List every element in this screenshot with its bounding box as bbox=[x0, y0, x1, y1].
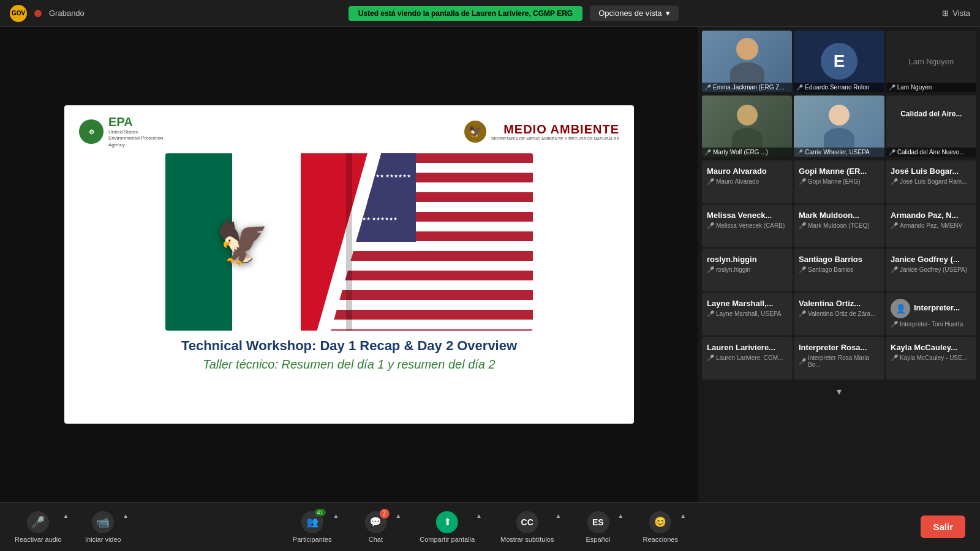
sub-mauro: 🎤 Mauro Alvarado bbox=[707, 178, 788, 185]
recording-label: Grabando bbox=[49, 9, 85, 18]
reactions-arrow-button[interactable]: ▲ bbox=[679, 511, 687, 520]
mic-icon-janice: 🎤 bbox=[891, 266, 898, 273]
chat-button[interactable]: 💬 2 Chat bbox=[357, 511, 394, 543]
name-janice: Janice Godfrey (... bbox=[891, 255, 971, 264]
lam-name-display: Lam Nguyen bbox=[908, 57, 954, 66]
top-bar-left: GOV Grabando bbox=[10, 5, 85, 22]
mic-icon-gopi: 🎤 bbox=[799, 178, 806, 185]
language-control: ES Español ▲ bbox=[579, 511, 625, 543]
mic-icon-carrie: 🎤 bbox=[796, 149, 803, 156]
chat-label: Chat bbox=[369, 536, 383, 543]
chat-arrow-button[interactable]: ▲ bbox=[394, 511, 402, 520]
slide-container: ⚙ EPA United States Environmental Protec… bbox=[64, 105, 634, 424]
sub-santiago: 🎤 Santiago Barrios bbox=[799, 266, 880, 273]
share-arrow-button[interactable]: ▲ bbox=[475, 511, 483, 520]
mic-icon-lam: 🎤 bbox=[889, 84, 895, 91]
interpreter-avatar: 👤 bbox=[891, 299, 910, 318]
name-valentina: Valentina Ortiz... bbox=[799, 299, 880, 308]
name-santiago: Santiago Barrios bbox=[799, 255, 880, 264]
view-options-button[interactable]: Opciones de vista ▾ bbox=[590, 6, 678, 21]
participant-label-eduardo: 🎤 Eduardo Serrano Rolon bbox=[794, 83, 884, 92]
participants-button[interactable]: 👥 41 Participantes bbox=[293, 511, 332, 543]
mic-icon-rosa: 🎤 bbox=[799, 358, 806, 365]
share-control: ⬆ Compartir pantalla ▲ bbox=[420, 511, 483, 543]
audio-label: Reactivar audio bbox=[15, 536, 61, 543]
top-video-row: 🎤 Emma Jackman (ERG Z... E 🎤 Eduardo Ser… bbox=[701, 29, 978, 93]
sub-lauren: 🎤 Lauren Lariviere, CGM... bbox=[707, 354, 788, 361]
share-button[interactable]: ⬆ Compartir pantalla bbox=[420, 511, 475, 543]
reactions-button[interactable]: 😊 Reacciones bbox=[642, 511, 679, 543]
epa-logo-icon: ⚙ bbox=[79, 119, 104, 144]
name-card-interpreter-toni: 👤 Interpreter... 🎤 Interpreter- Toni Hue… bbox=[886, 293, 976, 335]
participants-icon: 👥 41 bbox=[301, 511, 323, 533]
leave-button[interactable]: Salir bbox=[921, 515, 965, 538]
subtitles-arrow-button[interactable]: ▲ bbox=[554, 511, 562, 520]
participant-label-emma: 🎤 Emma Jackman (ERG Z... bbox=[702, 83, 792, 92]
es-icon: ES bbox=[592, 517, 604, 527]
medio-ambiente-sub: SECRETARÍA DE MEDIO AMBIENTE Y RECURSOS … bbox=[491, 137, 619, 141]
name-gopi: Gopi Manne (ER... bbox=[799, 167, 880, 176]
name-mauro: Mauro Alvarado bbox=[707, 167, 788, 176]
video-arrow-button[interactable]: ▲ bbox=[121, 511, 130, 520]
name-card-melissa: Melissa Veneck... 🎤 Melissa Venecek (CAR… bbox=[702, 204, 793, 247]
reactions-icon: 😊 bbox=[649, 511, 671, 533]
sub-armando: 🎤 Armando Paz, NMENV bbox=[891, 222, 971, 229]
scroll-down-button[interactable]: ▾ bbox=[701, 382, 978, 401]
name-card-mark: Mark Muldoon... 🎤 Mark Muldoon (TCEQ) bbox=[794, 204, 884, 247]
name-card-mauro: Mauro Alvarado 🎤 Mauro Alvarado bbox=[702, 160, 793, 203]
name-roslyn: roslyn.higgin bbox=[707, 255, 788, 264]
name-card-armando: Armando Paz, N... 🎤 Armando Paz, NMENV bbox=[886, 204, 976, 247]
participant-label-lam: 🎤 Lam Nguyen bbox=[886, 83, 976, 92]
main-area: ⚙ EPA United States Environmental Protec… bbox=[0, 27, 980, 502]
gov-label: GOV bbox=[12, 10, 25, 17]
subtitles-button[interactable]: CC Mostrar subtítulos bbox=[500, 511, 554, 543]
name-card-janice: Janice Godfrey (... 🎤 Janice Godfrey (US… bbox=[886, 249, 976, 291]
name-mark: Mark Muldoon... bbox=[799, 211, 880, 220]
name-card-jose: José Luis Bogar... 🎤 José Luis Bogard Ra… bbox=[886, 160, 976, 203]
participants-arrow-button[interactable]: ▲ bbox=[331, 511, 340, 520]
top-bar-center: Usted está viendo la pantalla de Lauren … bbox=[349, 6, 679, 21]
audio-arrow-button[interactable]: ▲ bbox=[61, 511, 70, 520]
name-card-layne: Layne Marshall,... 🎤 Layne Marshall, USE… bbox=[702, 293, 793, 335]
name-card-kayla: Kayla McCauley... 🎤 Kayla McCauley - USE… bbox=[886, 337, 976, 380]
mic-icon-armando: 🎤 bbox=[891, 222, 898, 229]
chevron-down-icon: ▾ bbox=[837, 386, 842, 397]
sub-mark: 🎤 Mark Muldoon (TCEQ) bbox=[799, 222, 880, 229]
slide-title-area: Technical Workshop: Day 1 Recap & Day 2 … bbox=[64, 331, 634, 379]
reactions-control: 😊 Reacciones ▲ bbox=[642, 511, 687, 543]
medio-ambiente-logo: 🦅 MEDIO AMBIENTE SECRETARÍA DE MEDIO AMB… bbox=[464, 121, 619, 143]
sub-kayla: 🎤 Kayla McCauley - USE... bbox=[891, 354, 971, 361]
video-icon: 📹 bbox=[92, 511, 114, 533]
slide-title-english: Technical Workshop: Day 1 Recap & Day 2 … bbox=[79, 338, 619, 354]
sub-jose: 🎤 José Luis Bogard Ram... bbox=[891, 178, 971, 185]
mic-icon-marty: 🎤 bbox=[704, 149, 711, 156]
mic-icon-mark: 🎤 bbox=[799, 222, 806, 229]
sub-valentina: 🎤 Valentina Ortiz de Zára... bbox=[799, 310, 880, 317]
name-card-gopi: Gopi Manne (ER... 🎤 Gopi Manne (ERG) bbox=[794, 160, 884, 203]
sub-layne: 🎤 Layne Marshall, USEPA bbox=[707, 310, 788, 317]
language-icon: ES bbox=[587, 511, 609, 533]
epa-logo: ⚙ EPA United States Environmental Protec… bbox=[79, 115, 163, 148]
mic-icon-layne: 🎤 bbox=[707, 310, 714, 317]
sub-melissa: 🎤 Melissa Venecek (CARB) bbox=[707, 222, 788, 229]
chat-control: 💬 2 Chat ▲ bbox=[357, 511, 402, 543]
participant-video-lam: Lam Nguyen 🎤 Lam Nguyen bbox=[886, 31, 976, 92]
sub-interpreter-rosa: 🎤 Interpreter Rosa Maria Bo... bbox=[799, 354, 880, 368]
video-button[interactable]: 📹 Iniciar video bbox=[85, 511, 121, 543]
name-kayla: Kayla McCauley... bbox=[891, 343, 971, 352]
screen-share-banner: Usted está viendo la pantalla de Lauren … bbox=[349, 6, 583, 21]
participants-control: 👥 41 Participantes ▲ bbox=[293, 511, 341, 543]
name-jose: José Luis Bogar... bbox=[891, 167, 971, 176]
audio-button[interactable]: 🎤 Reactivar audio bbox=[15, 511, 61, 543]
language-button[interactable]: ES Español bbox=[579, 511, 616, 543]
chat-icon: 💬 2 bbox=[364, 511, 386, 533]
epa-subtext: United States Environmental Protection A… bbox=[108, 129, 163, 148]
participant-video-carrie: 🎤 Carrie Wheeler, USEPA bbox=[794, 96, 884, 157]
chevron-down-icon: ▾ bbox=[666, 9, 670, 18]
language-arrow-button[interactable]: ▲ bbox=[616, 511, 625, 520]
toolbar-left: 🎤 Reactivar audio ▲ 📹 Iniciar video ▲ bbox=[15, 511, 130, 543]
video-control: 📹 Iniciar video ▲ bbox=[85, 511, 130, 543]
participant-label-marty: 🎤 Marty Wolf (ERG ...) bbox=[702, 148, 792, 157]
epa-text: EPA bbox=[108, 115, 163, 129]
gov-badge: GOV bbox=[10, 5, 27, 22]
